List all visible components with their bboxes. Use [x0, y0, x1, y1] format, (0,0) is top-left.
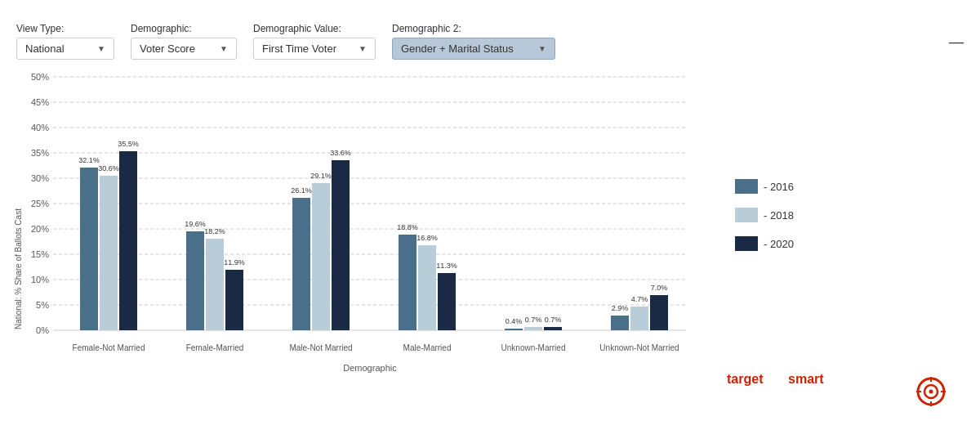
y-axis-label: National: % Share of Ballots Cast	[14, 208, 23, 329]
demographic-value: Voter Score	[140, 43, 195, 55]
bar-label-unknown-married-2016: 0.4%	[506, 317, 523, 325]
svg-rect-26	[735, 236, 758, 251]
bar-unknown-married-2018	[524, 327, 542, 330]
demographic-value-select[interactable]: First Time Voter ▼	[253, 38, 376, 60]
svg-text:5%: 5%	[36, 300, 49, 310]
bar-group-female-married: 19.6% 18.2% 11.9% Female-Married	[185, 220, 245, 352]
bar-female-married-2016	[186, 231, 204, 330]
chart-wrapper: View Type: National ▼ Demographic: Voter…	[0, 16, 980, 430]
x-label-unknown-not-married: Unknown-Not Married	[599, 343, 679, 352]
bar-label-male-married-2018: 16.8%	[416, 234, 438, 242]
minimize-button[interactable]: —	[949, 34, 964, 49]
bar-label-unknown-not-married-2016: 2.9%	[612, 304, 629, 312]
bar-label-female-not-married-2020: 35.5%	[118, 140, 139, 148]
demographic-2-value: Gender + Marital Status	[401, 43, 514, 55]
svg-text:10%: 10%	[31, 275, 49, 284]
demographic-2-label: Demographic 2:	[392, 23, 555, 34]
bar-group-unknown-married: 0.4% 0.7% 0.7% Unknown-Married	[501, 316, 566, 352]
bar-unknown-not-married-2020	[650, 295, 668, 330]
bar-label-male-married-2020: 11.3%	[436, 262, 457, 270]
bar-female-not-married-2018	[100, 176, 118, 330]
svg-text:50%: 50%	[31, 72, 49, 82]
svg-text:30%: 30%	[31, 173, 49, 183]
view-type-select[interactable]: National ▼	[16, 38, 114, 60]
filter-row: View Type: National ▼ Demographic: Voter…	[0, 16, 980, 65]
demographic-value-label: Demographic Value:	[253, 23, 376, 34]
demographic-filter: Demographic: Voter Score ▼	[131, 23, 237, 60]
x-label-female-not-married: Female-Not Married	[73, 343, 145, 352]
x-label-female-married: Female-Married	[186, 343, 244, 352]
chart-svg: National: % Share of Ballots Cast 50%	[8, 65, 972, 424]
demographic-2-filter: Demographic 2: Gender + Marital Status ▼	[392, 23, 555, 60]
bar-label-unknown-married-2020: 0.7%	[545, 316, 562, 324]
svg-text:20%: 20%	[31, 224, 49, 234]
demographic-value-filter: Demographic Value: First Time Voter ▼	[253, 23, 376, 60]
demographic-value-val: First Time Voter	[262, 43, 336, 55]
demographic-value-chevron: ▼	[359, 44, 367, 53]
bar-label-female-not-married-2016: 32.1%	[78, 156, 100, 164]
svg-text:40%: 40%	[31, 123, 49, 132]
bar-unknown-married-2016	[505, 329, 523, 330]
view-type-value: National	[25, 43, 65, 55]
bar-group-unknown-not-married: 2.9% 4.7% 7.0% Unknown-Not Married	[599, 284, 679, 352]
x-axis-title: Demographic	[343, 363, 397, 373]
svg-text:- 2020: - 2020	[764, 238, 794, 250]
view-type-filter: View Type: National ▼	[16, 23, 114, 60]
svg-text:- 2016: - 2016	[764, 181, 794, 193]
bar-male-not-married-2016	[292, 198, 310, 330]
bar-male-married-2020	[438, 273, 456, 330]
chart-area: National: % Share of Ballots Cast 50%	[8, 65, 972, 430]
legend: - 2016 - 2018 - 2020	[735, 179, 794, 251]
view-type-label: View Type:	[16, 23, 114, 34]
bar-female-not-married-2020	[119, 151, 137, 330]
y-axis-ticks: 50% 45% 40% 35% 30% 25% 20% 15% 10% 5% 0…	[31, 72, 49, 335]
bar-group-female-not-married: 32.1% 30.6% 35.5% Female-Not Married	[73, 140, 145, 352]
demographic-select[interactable]: Voter Score ▼	[131, 38, 237, 60]
bar-female-married-2020	[225, 270, 243, 330]
bar-male-not-married-2020	[332, 160, 350, 330]
svg-text:smart: smart	[788, 372, 824, 386]
svg-text:- 2018: - 2018	[764, 209, 794, 222]
bar-label-unknown-not-married-2018: 4.7%	[631, 295, 648, 303]
demographic-chevron: ▼	[220, 44, 228, 53]
bar-unknown-not-married-2016	[611, 316, 629, 330]
grid-lines	[53, 77, 686, 330]
svg-rect-22	[735, 179, 758, 194]
bar-male-not-married-2018	[312, 183, 330, 330]
x-label-unknown-married: Unknown-Married	[501, 343, 566, 352]
svg-text:25%: 25%	[31, 199, 49, 208]
bar-label-unknown-not-married-2020: 7.0%	[651, 284, 668, 292]
view-type-chevron: ▼	[97, 44, 105, 53]
svg-rect-24	[735, 208, 758, 222]
svg-text:15%: 15%	[31, 249, 49, 259]
demographic-2-chevron: ▼	[538, 44, 546, 53]
bar-label-female-married-2020: 11.9%	[224, 258, 245, 267]
svg-text:45%: 45%	[31, 97, 49, 107]
demographic-2-select[interactable]: Gender + Marital Status ▼	[392, 38, 555, 60]
bar-group-male-not-married: 26.1% 29.1% 33.6% Male-Not Married	[289, 149, 352, 352]
bar-label-female-married-2016: 19.6%	[185, 220, 206, 228]
bar-female-not-married-2016	[80, 168, 98, 330]
targetsmart-logo: target smart	[727, 372, 946, 406]
bar-label-unknown-married-2018: 0.7%	[525, 316, 542, 324]
svg-text:target: target	[727, 372, 764, 386]
bar-label-female-married-2018: 18.2%	[204, 227, 225, 235]
bar-label-male-not-married-2020: 33.6%	[330, 149, 351, 157]
bar-label-female-not-married-2018: 30.6%	[98, 164, 119, 172]
demographic-label: Demographic:	[131, 23, 237, 34]
bar-male-married-2018	[418, 245, 436, 330]
top-bar	[0, 0, 980, 16]
bar-label-male-married-2016: 18.8%	[397, 223, 418, 231]
bar-label-male-not-married-2016: 26.1%	[291, 186, 312, 195]
bar-unknown-married-2020	[544, 327, 562, 330]
svg-text:35%: 35%	[31, 148, 49, 158]
x-label-male-not-married: Male-Not Married	[289, 343, 352, 352]
bar-unknown-not-married-2018	[630, 307, 648, 330]
bar-male-married-2016	[399, 235, 416, 330]
svg-text:0%: 0%	[36, 325, 49, 335]
bar-female-married-2018	[206, 239, 224, 330]
svg-point-32	[929, 390, 933, 394]
bar-group-male-married: 18.8% 16.8% 11.3% Male-Married	[397, 223, 457, 352]
x-label-male-married: Male-Married	[403, 343, 452, 352]
bar-label-male-not-married-2018: 29.1%	[310, 172, 332, 180]
